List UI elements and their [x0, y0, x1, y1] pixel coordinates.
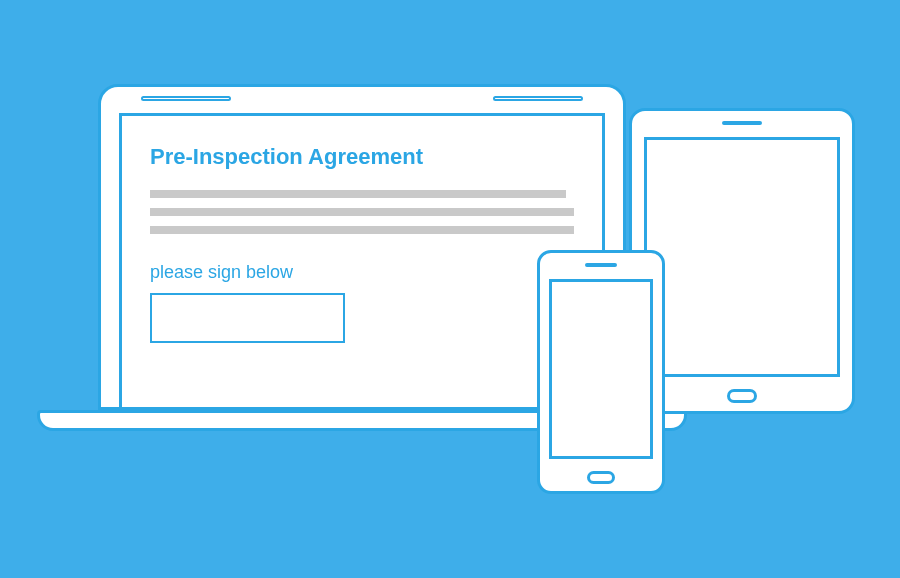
- laptop-speaker-right-icon: [493, 96, 583, 101]
- signature-label: please sign below: [150, 262, 574, 283]
- device-illustration: Pre-Inspection Agreement please sign bel…: [0, 0, 900, 578]
- signature-input[interactable]: [150, 293, 345, 343]
- laptop-screen: Pre-Inspection Agreement please sign bel…: [119, 113, 605, 407]
- tablet-screen: [644, 137, 840, 377]
- body-text-placeholder: [150, 208, 574, 216]
- phone-speaker-icon: [585, 263, 617, 267]
- laptop-speaker-left-icon: [141, 96, 231, 101]
- body-text-placeholder: [150, 190, 566, 198]
- phone-screen: [549, 279, 653, 459]
- body-text-placeholder: [150, 226, 574, 234]
- tablet-home-button[interactable]: [727, 389, 757, 403]
- phone-home-button[interactable]: [587, 471, 615, 484]
- phone-device: [537, 250, 665, 494]
- tablet-speaker-icon: [722, 121, 762, 125]
- document-title: Pre-Inspection Agreement: [150, 144, 574, 170]
